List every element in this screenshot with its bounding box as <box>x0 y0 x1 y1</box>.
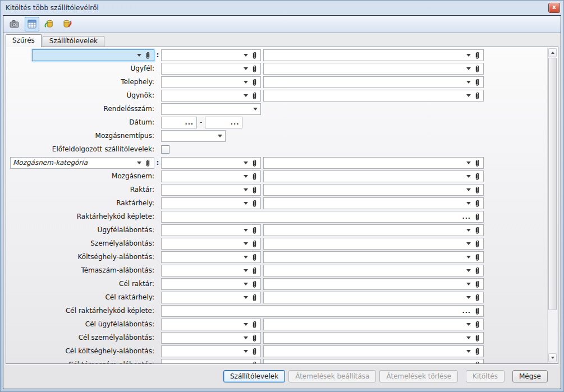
dropdown-arrow-icon[interactable] <box>466 94 471 97</box>
paperclip-icon[interactable] <box>474 51 480 59</box>
ugyfel-operator-combo[interactable] <box>161 63 261 75</box>
date-picker-button[interactable]: ... <box>185 120 194 125</box>
paperclip-icon[interactable] <box>474 172 480 181</box>
dropdown-arrow-icon[interactable] <box>244 94 248 97</box>
cel-ugyfelalabontas-operator-combo[interactable] <box>161 319 261 330</box>
raktar-operator-combo[interactable] <box>161 184 261 196</box>
paperclip-icon[interactable] <box>251 226 258 234</box>
dropdown-arrow-icon[interactable] <box>137 54 141 57</box>
paperclip-icon[interactable] <box>474 239 480 248</box>
dropdown-arrow-icon[interactable] <box>466 67 471 70</box>
dropdown-arrow-icon[interactable] <box>244 283 248 285</box>
field-selector-combo[interactable] <box>32 49 154 61</box>
paperclip-icon[interactable] <box>251 78 258 86</box>
dropdown-arrow-icon[interactable] <box>244 202 248 205</box>
dropdown-arrow-icon[interactable] <box>466 350 471 353</box>
mozgasnem-kategoria-operator-combo[interactable] <box>161 157 261 169</box>
telephely-value-combo[interactable] <box>263 76 484 88</box>
dropdown-arrow-icon[interactable] <box>466 242 471 245</box>
cel-raktarhelykod-keplete-input[interactable]: ... <box>161 305 484 317</box>
cel-koltseghely-alabontas-operator-combo[interactable] <box>161 345 261 357</box>
megse-button[interactable]: Mégse <box>512 370 548 382</box>
dropdown-arrow-icon[interactable] <box>466 229 471 232</box>
database-rollback-icon[interactable] <box>59 17 74 31</box>
paperclip-icon[interactable] <box>251 280 258 288</box>
dropdown-arrow-icon[interactable] <box>466 175 471 178</box>
raktarhelykod-keplete-input[interactable]: ... <box>161 211 484 223</box>
selector-value-combo[interactable] <box>263 49 484 61</box>
mozgasnem-kategoria-selector-combo[interactable]: Mozgásnem-kategória <box>10 157 154 169</box>
mozgasnemtipus-combo[interactable] <box>161 130 226 142</box>
dropdown-arrow-icon[interactable] <box>244 67 248 70</box>
dropdown-arrow-icon[interactable] <box>244 350 248 353</box>
cel-raktarhely-value-combo[interactable] <box>263 292 484 303</box>
paperclip-icon[interactable] <box>474 91 480 100</box>
temaszam-alabontas-operator-combo[interactable] <box>161 265 261 276</box>
cel-raktar-operator-combo[interactable] <box>161 278 261 290</box>
dropdown-arrow-icon[interactable] <box>244 242 248 245</box>
paperclip-icon[interactable] <box>251 266 258 275</box>
paperclip-icon[interactable] <box>145 159 151 167</box>
ugyfel-value-combo[interactable] <box>263 63 484 75</box>
dropdown-arrow-icon[interactable] <box>466 256 471 259</box>
paperclip-icon[interactable] <box>474 186 480 194</box>
dropdown-arrow-icon[interactable] <box>244 81 248 84</box>
dropdown-arrow-icon[interactable] <box>244 54 248 57</box>
temaszam-alabontas-value-combo[interactable] <box>263 265 484 276</box>
dropdown-arrow-icon[interactable] <box>466 296 471 299</box>
raktarhely-value-combo[interactable] <box>263 197 484 209</box>
paperclip-icon[interactable] <box>474 334 480 342</box>
paperclip-icon[interactable] <box>251 361 258 364</box>
paperclip-icon[interactable] <box>251 64 258 73</box>
cel-szemelyalabontas-operator-combo[interactable] <box>161 332 261 344</box>
paperclip-icon[interactable] <box>474 361 480 364</box>
tab-szures[interactable]: Szűrés <box>6 34 42 47</box>
scroll-up-button[interactable] <box>548 48 557 57</box>
paperclip-icon[interactable] <box>474 280 480 288</box>
dropdown-arrow-icon[interactable] <box>244 162 248 164</box>
dropdown-arrow-icon[interactable] <box>466 363 471 364</box>
mozgasnem-value-combo[interactable] <box>263 170 484 182</box>
paperclip-icon[interactable] <box>251 347 258 356</box>
paperclip-icon[interactable] <box>474 64 480 73</box>
dropdown-arrow-icon[interactable] <box>244 363 248 364</box>
paperclip-icon[interactable] <box>251 159 258 167</box>
dropdown-arrow-icon[interactable] <box>218 135 222 137</box>
dropdown-arrow-icon[interactable] <box>466 323 471 326</box>
ugyfelalabontas-operator-combo[interactable] <box>161 224 261 236</box>
telephely-operator-combo[interactable] <box>161 76 261 88</box>
mozgasnem-operator-combo[interactable] <box>161 170 261 182</box>
camera-icon[interactable] <box>7 17 22 31</box>
paperclip-icon[interactable] <box>474 213 480 221</box>
szemelyalabontas-operator-combo[interactable] <box>161 238 261 250</box>
dropdown-arrow-icon[interactable] <box>466 202 471 205</box>
datum-to-input[interactable]: ... <box>205 117 242 128</box>
vertical-scrollbar[interactable] <box>547 48 557 363</box>
dropdown-arrow-icon[interactable] <box>244 336 248 339</box>
paperclip-icon[interactable] <box>251 91 258 100</box>
dropdown-arrow-icon[interactable] <box>137 162 141 164</box>
dropdown-arrow-icon[interactable] <box>466 283 471 285</box>
paperclip-icon[interactable] <box>251 320 258 329</box>
paperclip-icon[interactable] <box>251 293 258 302</box>
raktarhely-operator-combo[interactable] <box>161 197 261 209</box>
paperclip-icon[interactable] <box>474 347 480 356</box>
ellipsis-button[interactable]: ... <box>462 214 471 219</box>
paperclip-icon[interactable] <box>251 172 258 181</box>
szemelyalabontas-value-combo[interactable] <box>263 238 484 250</box>
dropdown-arrow-icon[interactable] <box>244 256 248 259</box>
paperclip-icon[interactable] <box>474 266 480 275</box>
dropdown-arrow-icon[interactable] <box>466 54 471 57</box>
paperclip-icon[interactable] <box>474 293 480 302</box>
cel-szemelyalabontas-value-combo[interactable] <box>263 332 484 344</box>
database-refresh-icon[interactable] <box>42 17 57 31</box>
cel-temaszam-alabontas-value-combo[interactable] <box>263 359 484 364</box>
paperclip-icon[interactable] <box>474 253 480 261</box>
dropdown-arrow-icon[interactable] <box>466 188 471 191</box>
szallitolevelek-button[interactable]: Szállítólevelek <box>223 370 285 382</box>
paperclip-icon[interactable] <box>251 334 258 342</box>
dropdown-arrow-icon[interactable] <box>244 229 248 232</box>
close-button[interactable]: x <box>548 3 560 13</box>
grid-icon[interactable] <box>25 17 39 31</box>
cel-koltseghely-alabontas-value-combo[interactable] <box>263 345 484 357</box>
